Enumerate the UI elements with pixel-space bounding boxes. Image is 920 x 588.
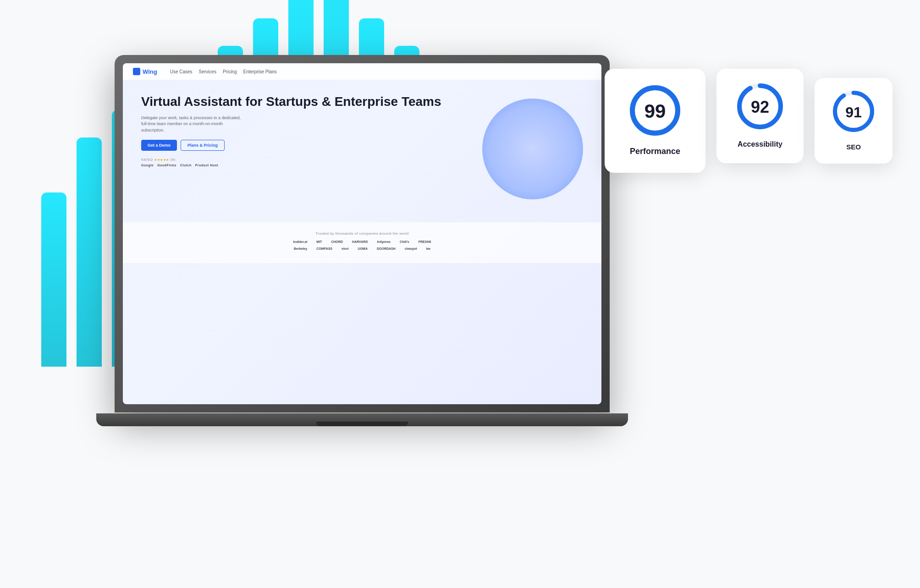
logo-text: Wing (143, 68, 157, 75)
main-scene: Wing Use Cases Services Pricing Enterpri… (0, 0, 920, 588)
goodfirms-logo: GoodFirms (157, 164, 176, 167)
screen-nav: Wing Use Cases Services Pricing Enterpri… (123, 63, 601, 80)
trusted-logo-berkeley: Berkeley (294, 247, 307, 250)
hero-visual (459, 94, 588, 213)
trusted-logo-freshii: FRESHII (419, 240, 431, 243)
trusted-logo-builder: builder.ai (293, 240, 308, 243)
nav-pricing[interactable]: Pricing (223, 69, 237, 74)
accessibility-donut: 92 (737, 83, 783, 131)
get-demo-button[interactable]: Get a Demo (141, 140, 177, 151)
trusted-logo-clearpol: clearpol (405, 247, 417, 250)
star-rating: ★★★★★ (154, 158, 169, 161)
score-cards-container: 99 Performance 92 Accessibility (605, 69, 892, 173)
hero-title: Virtual Assistant for Startups & Enterpr… (141, 94, 450, 110)
hero-buttons: Get a Demo Plans & Pricing (141, 140, 450, 151)
trusted-logo-doordash: DOORDASH (377, 247, 396, 250)
trusted-logo-compass: COMPASS (316, 247, 332, 250)
bar-1 (41, 192, 66, 367)
laptop-base (96, 413, 628, 426)
performance-card: 99 Performance (605, 69, 705, 173)
trusted-logo-ugma: UGMA (358, 247, 368, 250)
bar-2 (77, 137, 102, 367)
hero-circle-bg (482, 99, 583, 199)
performance-score: 99 (645, 100, 666, 122)
logo-icon (133, 68, 140, 75)
trusted-logo-harvard: HARVARD (352, 240, 368, 243)
trusted-logos-row2: Berkeley COMPASS vivvi UGMA DOORDASH cle… (137, 247, 588, 250)
plans-pricing-button[interactable]: Plans & Pricing (181, 140, 225, 151)
accessibility-label: Accessibility (733, 140, 787, 148)
nav-use-cases[interactable]: Use Cases (170, 69, 193, 74)
trusted-logo-chilis: Chili's (400, 240, 409, 243)
performance-label: Performance (624, 147, 686, 156)
trusted-section: Trusted by thousands of companies around… (123, 222, 601, 263)
seo-label: SEO (828, 143, 879, 151)
nav-enterprise[interactable]: Enterprise Plans (243, 69, 277, 74)
producthunt-logo: Product Hunt (195, 164, 218, 167)
google-logo: Google (141, 164, 154, 167)
nav-services[interactable]: Services (199, 69, 216, 74)
trusted-logo-mit: MIT (316, 240, 322, 243)
trusted-logo-kw: kw (426, 247, 430, 250)
rated-on: ON (170, 158, 176, 161)
trusted-logo-vivvi: vivvi (342, 247, 349, 250)
nav-links: Use Cases Services Pricing Enterprise Pl… (170, 69, 277, 74)
trusted-logos-row1: builder.ai MIT CHORD HARVARD InXpress Ch… (137, 240, 588, 243)
accessibility-score: 92 (751, 98, 769, 117)
clutch-logo: Clutch (180, 164, 192, 167)
trusted-title: Trusted by thousands of companies around… (137, 231, 588, 236)
seo-score: 91 (845, 104, 862, 121)
hero-text-block: Virtual Assistant for Startups & Enterpr… (141, 94, 450, 167)
laptop: Wing Use Cases Services Pricing Enterpri… (115, 55, 619, 467)
rated-logos: Google GoodFirms Clutch Product Hunt (141, 164, 450, 167)
laptop-screen: Wing Use Cases Services Pricing Enterpri… (123, 63, 601, 404)
trusted-logo-inxpress: InXpress (377, 240, 391, 243)
accessibility-card: 92 Accessibility (716, 69, 804, 163)
nav-logo: Wing (133, 68, 157, 75)
rated-label: RATED (141, 158, 153, 161)
hero-description: Delegate your work, tasks & processes to… (141, 115, 247, 134)
laptop-body: Wing Use Cases Services Pricing Enterpri… (115, 55, 610, 412)
seo-donut: 91 (833, 91, 874, 134)
trusted-logo-chord: CHORD (331, 240, 343, 243)
screen-hero: Virtual Assistant for Startups & Enterpr… (123, 80, 601, 222)
performance-donut: 99 (630, 85, 680, 137)
rated-section: RATED ★★★★★ ON Google GoodFirms Clutch P… (141, 158, 450, 167)
seo-card: 91 SEO (815, 78, 892, 164)
